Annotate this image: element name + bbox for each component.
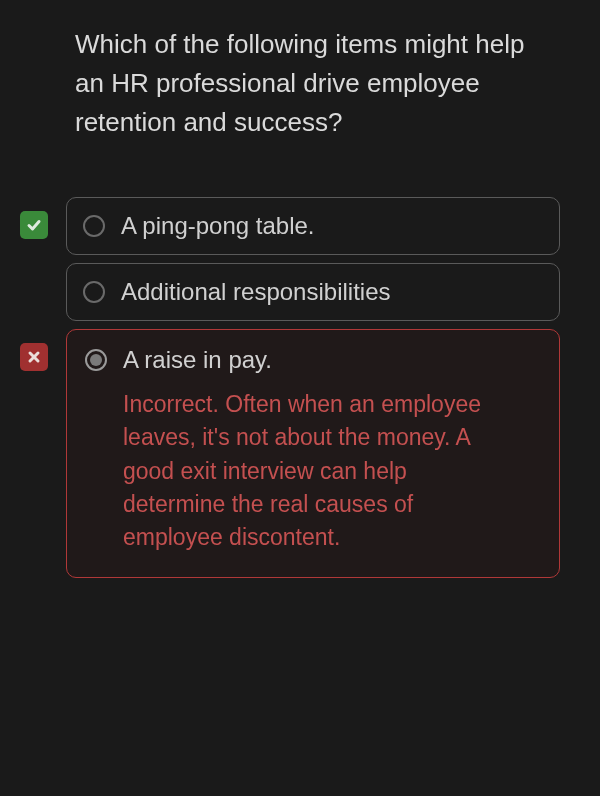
indicator-correct <box>20 211 48 239</box>
checkmark-icon <box>26 217 42 233</box>
radio-unchecked-icon <box>83 281 105 303</box>
option-2[interactable]: A raise in pay. Incorrect. Often when an… <box>66 329 560 578</box>
option-row-2: A raise in pay. Incorrect. Often when an… <box>20 329 560 578</box>
radio-unchecked-icon <box>83 215 105 237</box>
option-label: A ping-pong table. <box>121 212 315 240</box>
option-label: Additional responsibilities <box>121 278 390 306</box>
option-0[interactable]: A ping-pong table. <box>66 197 560 255</box>
option-1[interactable]: Additional responsibilities <box>66 263 560 321</box>
radio-checked-icon <box>85 349 107 371</box>
x-icon <box>26 349 42 365</box>
question-text: Which of the following items might help … <box>20 20 560 142</box>
option-row-1: Additional responsibilities <box>20 263 560 321</box>
feedback-text: Incorrect. Often when an employee leaves… <box>123 388 541 555</box>
indicator-incorrect <box>20 343 48 371</box>
option-row-0: A ping-pong table. <box>20 197 560 255</box>
option-label: A raise in pay. <box>123 346 272 374</box>
